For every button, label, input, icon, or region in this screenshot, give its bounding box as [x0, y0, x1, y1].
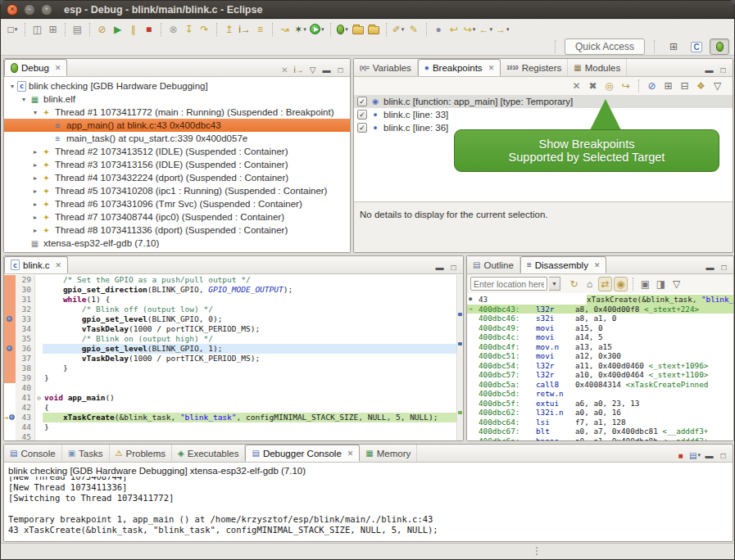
console-tab-console[interactable]: ▤Console: [4, 445, 62, 462]
import-project-button[interactable]: [367, 22, 381, 37]
maximize-button[interactable]: □: [447, 260, 460, 273]
debug-tree-item[interactable]: ▸✦Thread #2 1073413512 (IDLE) (Suspended…: [4, 145, 350, 158]
show-source-button[interactable]: ◉: [614, 277, 628, 291]
instruction-stepping-button[interactable]: i→: [238, 22, 252, 37]
console-tab-problems[interactable]: ⚠Problems: [110, 445, 173, 462]
annotation-ruler-cell[interactable]: [4, 305, 16, 314]
annotation-ruler-cell[interactable]: [4, 314, 16, 324]
debug-tree-item[interactable]: ▦xtensa-esp32-elf-gdb (7.10): [4, 237, 350, 250]
console-tab-executables[interactable]: ◈Executables: [172, 445, 245, 462]
remove-all-breakpoints-button[interactable]: ✖: [586, 79, 600, 93]
sync-with-stack-frame-button[interactable]: ⇄: [598, 277, 612, 291]
annotation-ruler-cell[interactable]: →: [4, 413, 16, 422]
minimize-button[interactable]: ▬: [703, 63, 715, 76]
disconnect-button[interactable]: ⊗: [166, 22, 180, 37]
refresh-view-button[interactable]: ↻: [567, 277, 581, 291]
expand-toggle-icon[interactable]: ▸: [30, 227, 40, 234]
view-menu-button[interactable]: ▽: [306, 63, 319, 76]
console-tab-debugger-console[interactable]: ▤Debugger Console✕: [245, 445, 360, 462]
ruler-mark-exec-line[interactable]: [458, 411, 462, 414]
external-tools-button[interactable]: ✶▾: [293, 22, 307, 37]
debug-tree-item[interactable]: ▸✦Thread #3 1073413156 (IDLE) (Suspended…: [4, 158, 350, 171]
console-tab-tasks[interactable]: ▣Tasks: [62, 445, 110, 462]
console-body[interactable]: blink checking [GDB Hardware Debugging] …: [4, 463, 733, 541]
drop-to-frame-button[interactable]: ≡: [253, 22, 267, 37]
disasm-tab-disassembly[interactable]: ≡Disassembly✕: [520, 256, 607, 273]
profile-button[interactable]: ●: [432, 22, 446, 37]
maximize-button[interactable]: □: [717, 63, 729, 76]
window-maximize-button[interactable]: +: [41, 4, 52, 16]
bp-tab-registers[interactable]: 1010Registers: [501, 59, 568, 76]
last-edit-location-button[interactable]: ↩: [447, 22, 461, 37]
annotation-ruler-cell[interactable]: [4, 324, 16, 334]
step-into-button[interactable]: ↧: [182, 22, 196, 37]
code-editor[interactable]: 29 /* Set the GPIO as a push/pull output…: [4, 275, 463, 440]
maximize-button[interactable]: □: [718, 260, 730, 273]
pin-view-button[interactable]: ◨: [654, 277, 668, 291]
remove-selected-breakpoints-button[interactable]: ✕: [569, 79, 583, 93]
debug-tree-item[interactable]: ▸✦Thread #5 1073410208 (ipc1 : Running) …: [4, 184, 350, 197]
breakpoint-marker-icon[interactable]: [7, 345, 12, 351]
debug-tree-item[interactable]: ≡app_main() at blink.c:43 0x400dbc43: [4, 119, 350, 132]
save-button[interactable]: ◫: [30, 22, 44, 37]
annotation-ruler-cell[interactable]: [4, 354, 16, 364]
build-console-button[interactable]: ▤: [70, 22, 84, 37]
terminate-button[interactable]: ■: [142, 22, 156, 37]
debug-tree-item[interactable]: ▾✦Thread #1 1073411772 (main : Running) …: [4, 106, 350, 119]
annotation-ruler-cell[interactable]: [4, 403, 16, 413]
go-to-file-for-breakpoint-button[interactable]: ↪: [619, 79, 633, 93]
debug-button[interactable]: ▾: [336, 22, 350, 37]
step-over-button[interactable]: ↷: [197, 22, 211, 37]
expand-toggle-icon[interactable]: ▾: [7, 83, 17, 90]
bp-tab-variables[interactable]: (x)=Variables: [354, 59, 418, 76]
annotation-ruler-cell[interactable]: [4, 383, 16, 393]
ruler-mark-breakpoint[interactable]: [458, 313, 462, 316]
debug-tree-item[interactable]: ≡main_task() at cpu_start.c:339 0x400d05…: [4, 132, 350, 145]
maximize-button[interactable]: □: [717, 449, 729, 462]
minimize-button[interactable]: ▬: [704, 260, 716, 273]
new-wizard-button[interactable]: □▾: [6, 22, 20, 37]
breakpoint-checkbox[interactable]: ✓: [357, 97, 367, 106]
expand-toggle-icon[interactable]: ▾: [19, 96, 29, 103]
expand-toggle-icon[interactable]: ▸: [30, 201, 40, 208]
annotation-ruler-cell[interactable]: [4, 295, 16, 305]
window-close-button[interactable]: ×: [7, 4, 18, 16]
skip-all-breakpoints-button[interactable]: ⊘: [95, 22, 109, 37]
debug-tree-item[interactable]: ▸✦Thread #4 1073432224 (dport) (Suspende…: [4, 171, 350, 184]
debug-tree-item[interactable]: ▸✦Thread #8 1073411336 (dport) (Suspende…: [4, 224, 350, 237]
save-all-button[interactable]: ⊞: [46, 22, 60, 37]
forward-button[interactable]: →▾: [495, 22, 510, 37]
collapse-all-button[interactable]: ⊟: [678, 79, 692, 93]
close-tab-icon[interactable]: ✕: [488, 64, 495, 72]
close-tab-icon[interactable]: ✕: [347, 449, 354, 458]
window-minimize-button[interactable]: −: [24, 4, 35, 16]
expand-toggle-icon[interactable]: ▸: [30, 161, 40, 169]
back-button[interactable]: ←▾: [479, 22, 494, 37]
annotation-ruler-cell[interactable]: [4, 393, 16, 403]
annotation-ruler-cell[interactable]: [4, 432, 16, 440]
display-selected-console-button[interactable]: ▤▾: [688, 449, 701, 462]
breakpoint-checkbox[interactable]: ✓: [357, 110, 367, 120]
skip-all-breakpoints-button[interactable]: ⊘: [645, 79, 659, 93]
quick-access-button[interactable]: Quick Access: [565, 38, 645, 55]
ruler-mark-breakpoint[interactable]: [458, 342, 462, 345]
minimize-button[interactable]: ▬: [320, 63, 333, 76]
terminate-console-button[interactable]: ■: [674, 449, 687, 462]
location-dropdown-icon[interactable]: ▼: [549, 277, 560, 291]
annotation-ruler-cell[interactable]: [4, 344, 16, 354]
expand-toggle-icon[interactable]: ▸: [30, 214, 40, 221]
breakpoint-item[interactable]: ✓◉blink.c [function: app_main] [type: Te…: [354, 95, 733, 108]
minimize-button[interactable]: ▬: [703, 449, 715, 462]
breakpoint-item[interactable]: ✓●blink.c [line: 33]: [354, 108, 733, 121]
annotation-ruler-cell[interactable]: [4, 373, 16, 383]
resume-button[interactable]: ▶: [111, 22, 125, 37]
disassembly-listing[interactable]: ●43xTaskCreate(&blink_task, "blink_tas→4…: [467, 295, 733, 440]
open-new-view-button[interactable]: ▣: [638, 277, 652, 291]
run-button[interactable]: ▾: [309, 22, 325, 37]
expand-toggle-icon[interactable]: ▸: [30, 187, 40, 195]
disasm-tab-outline[interactable]: ▤Outline: [467, 256, 520, 273]
annotation-ruler-cell[interactable]: [4, 364, 16, 373]
remove-all-terminated-button[interactable]: ✕: [279, 63, 291, 76]
toggle-mark-occurrences-button[interactable]: ✎: [407, 22, 421, 37]
annotation-ruler-cell[interactable]: [4, 334, 16, 344]
